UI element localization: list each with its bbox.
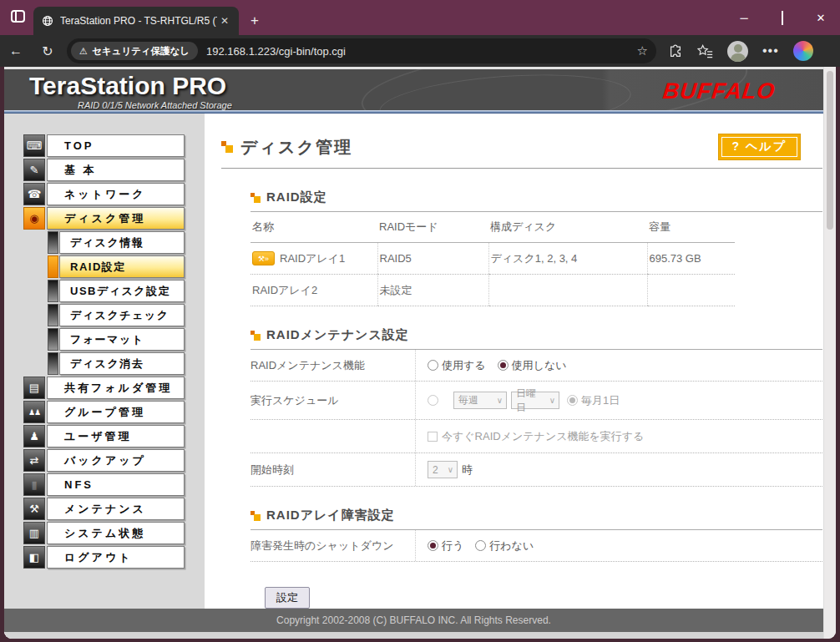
raid-array-table: 名称 RAIDモード 構成ディスク 容量 (250, 212, 735, 306)
sidebar-item-disk-info[interactable]: ディスク情報 (23, 231, 185, 254)
sidebar-item-label[interactable]: バックアップ (47, 449, 185, 472)
section-title: RAIDアレイ障害設定 (250, 508, 822, 530)
field-label: RAIDメンテナンス機能 (250, 350, 415, 381)
bullet-icon (48, 328, 58, 351)
minimize-button[interactable]: ─ (725, 12, 763, 24)
more-menu-button[interactable]: ••• (762, 43, 779, 58)
sidebar-item-label[interactable]: ディスク消去 (59, 352, 185, 375)
shared-folder-icon (23, 377, 45, 399)
sidebar-item-label[interactable]: フォーマット (59, 328, 185, 351)
sidebar-item-label[interactable]: ディスク情報 (59, 231, 185, 254)
array-name[interactable]: RAIDアレイ1 (280, 251, 345, 266)
column-header: 構成ディスク (488, 212, 647, 243)
sidebar-item-logout[interactable]: ログアウト (23, 546, 185, 569)
sidebar-item-label[interactable]: ディスクチェック (59, 304, 185, 326)
sidebar-item-group[interactable]: グループ管理 (23, 401, 185, 423)
sidebar-item-user[interactable]: ユーザ管理 (23, 425, 185, 447)
table-row: RAIDアレイ1 RAID5 ディスク1, 2, 3, 4 695.73 GB (250, 243, 735, 275)
nfs-icon (23, 473, 45, 496)
buffalo-logo: BUFFALO (661, 78, 777, 104)
bullet-icon (48, 280, 58, 302)
sidebar-item-top[interactable]: TOP (23, 134, 185, 157)
bullet-icon (48, 231, 58, 254)
browser-viewport: TeraStation PRO RAID 0/1/5 Network Attac… (4, 67, 836, 639)
new-tab-button[interactable]: + (250, 13, 259, 29)
maximize-button[interactable] (763, 12, 802, 24)
orange-bullet-icon (250, 331, 261, 341)
disk-icon (23, 207, 45, 230)
group-icon (23, 401, 45, 423)
sidebar-item-format[interactable]: フォーマット (23, 328, 185, 351)
sidebar-item-label[interactable]: USBディスク設定 (59, 280, 185, 302)
bullet-icon (48, 304, 58, 326)
raid-configure-icon[interactable] (252, 251, 275, 265)
browser-tab[interactable]: TeraStation PRO - TS-RHTGL/R5 (T ✕ (33, 7, 239, 35)
sidebar-item-label[interactable]: RAID設定 (59, 255, 185, 278)
address-bar[interactable]: ⚠ セキュリティ保護なし 192.168.1.223/cgi-bin/top.c… (67, 38, 656, 63)
sidebar-item-label[interactable]: ディスク管理 (47, 207, 185, 230)
user-icon (23, 425, 45, 447)
page-scrollbar[interactable] (823, 67, 836, 639)
sidebar-item-label[interactable]: TOP (47, 134, 185, 157)
hour-select: 2∨ (428, 461, 458, 478)
weekday-select: 日曜日∨ (511, 392, 559, 409)
sidebar-item-raid-settings[interactable]: RAID設定 (23, 255, 185, 278)
sidebar-item-label[interactable]: ユーザ管理 (47, 425, 185, 447)
back-button[interactable]: ← (0, 43, 32, 58)
orange-bullet-icon (250, 511, 261, 521)
sidebar-item-label[interactable]: グループ管理 (47, 401, 185, 423)
array-name[interactable]: RAIDアレイ2 (252, 284, 317, 296)
maximize-icon (782, 11, 783, 25)
radio-icon[interactable] (475, 540, 486, 551)
sidebar: TOP 基 本 ネットワーク ディスク管理 ディスク情報 (4, 114, 205, 609)
network-icon (23, 183, 45, 205)
bookmark-icon[interactable]: ☆ (637, 43, 648, 58)
sidebar-item-nfs[interactable]: NFS (23, 473, 185, 496)
sidebar-item-disk-check[interactable]: ディスクチェック (23, 304, 185, 326)
sidebar-item-label[interactable]: システム状態 (47, 522, 185, 544)
sidebar-item-maintenance[interactable]: メンテナンス (23, 498, 185, 520)
sidebar-item-label[interactable]: 基 本 (47, 159, 185, 181)
sidebar-item-shared-folder[interactable]: 共有フォルダ管理 (23, 377, 185, 399)
sidebar-item-label[interactable]: メンテナンス (47, 498, 185, 520)
radio-no-use[interactable]: 使用しない (498, 358, 567, 373)
favorites-icon[interactable] (697, 44, 713, 58)
raid-mode: RAID5 (377, 243, 488, 275)
chevron-down-icon: ∨ (549, 396, 555, 405)
run-now-checkbox: 今すぐRAIDメンテナンス機能を実行する (428, 429, 644, 444)
sidebar-item-system-status[interactable]: システム状態 (23, 522, 185, 544)
refresh-button[interactable]: ↻ (32, 43, 63, 59)
chevron-down-icon: ∨ (448, 465, 453, 474)
tab-close-icon[interactable]: ✕ (217, 15, 232, 27)
sidebar-item-disk-management[interactable]: ディスク管理 (23, 207, 185, 230)
sidebar-item-usb-disk-settings[interactable]: USBディスク設定 (23, 280, 185, 302)
url-text[interactable]: 192.168.1.223/cgi-bin/top.cgi (206, 45, 637, 58)
help-button[interactable]: ? ヘルプ (718, 134, 801, 160)
radio-checked-icon[interactable] (498, 360, 509, 371)
radio-shutdown-do[interactable]: 行う (428, 538, 463, 554)
sidebar-item-label[interactable]: NFS (47, 473, 185, 496)
radio-shutdown-dont[interactable]: 行わない (475, 538, 534, 554)
sidebar-item-disk-erase[interactable]: ディスク消去 (23, 352, 185, 375)
radio-use[interactable]: 使用する (428, 358, 486, 373)
extensions-icon[interactable] (668, 43, 683, 58)
field-label: 障害発生時のシャットダウン (250, 530, 415, 561)
apply-button[interactable]: 設定 (265, 587, 310, 609)
radio-icon[interactable] (428, 360, 438, 371)
sidebar-item-label[interactable]: 共有フォルダ管理 (47, 377, 185, 399)
sidebar-item-label[interactable]: ログアウト (47, 546, 185, 569)
profile-avatar[interactable] (727, 41, 748, 62)
workspaces-icon[interactable] (11, 10, 25, 23)
orange-bullet-icon (250, 193, 261, 203)
copilot-icon[interactable] (793, 41, 813, 61)
raid-disks (488, 275, 647, 306)
sidebar-item-basic[interactable]: 基 本 (23, 159, 185, 181)
radio-checked-icon[interactable] (428, 540, 438, 551)
maintenance-icon (23, 498, 45, 520)
sidebar-item-label[interactable]: ネットワーク (47, 183, 185, 205)
scrollbar-thumb[interactable] (827, 71, 833, 230)
sidebar-item-network[interactable]: ネットワーク (23, 183, 185, 205)
sidebar-item-backup[interactable]: バックアップ (23, 449, 185, 472)
security-badge[interactable]: ⚠ セキュリティ保護なし (71, 42, 198, 60)
close-button[interactable]: ✕ (802, 12, 840, 24)
